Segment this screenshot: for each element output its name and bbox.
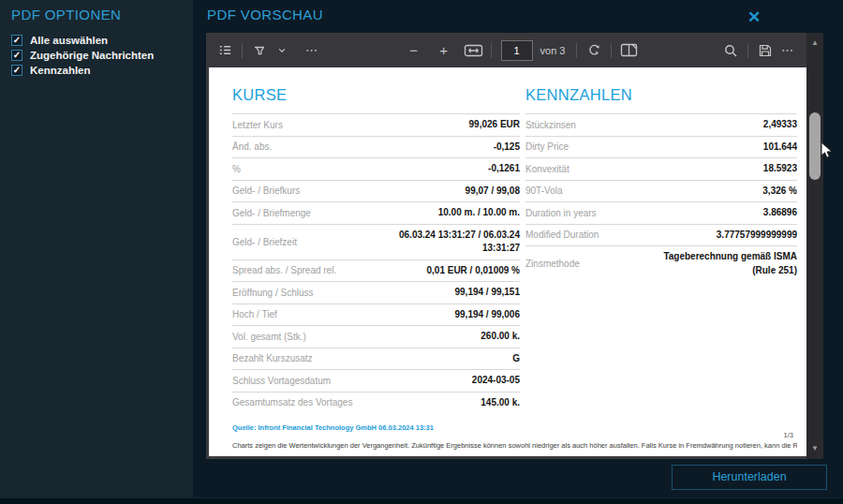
viewer-toolbar: ⋯ − + von 3	[206, 33, 806, 67]
table-row: Spread abs. / Spread rel.0,01 EUR / 0,01…	[232, 259, 520, 282]
option-label: Zugehörige Nachrichten	[30, 50, 154, 61]
field-value: 3.77757999999999	[717, 229, 797, 243]
disclaimer-text: Charts zeigen die Wertentwicklungen der …	[232, 441, 797, 450]
kennzahlen-section: KENNZAHLEN Stückzinsen2,49333 Dirty Pric…	[525, 86, 797, 281]
field-label: Änd. abs.	[232, 141, 272, 152]
table-row: 90T-Vola3,326 %	[525, 180, 797, 202]
download-button-label: Herunterladen	[712, 470, 786, 483]
field-label: Konvexität	[525, 164, 569, 174]
pdf-viewer: ⋯ − + von 3	[206, 33, 823, 459]
field-label: Bezahlt Kurszusatz	[232, 353, 313, 363]
close-button[interactable]: ✕	[742, 7, 766, 29]
download-button[interactable]: Herunterladen	[672, 465, 827, 490]
checkbox-checked[interactable]: ✓	[11, 50, 22, 61]
more-tools-button[interactable]: ⋯	[301, 39, 323, 62]
kurse-section: KURSE Letzter Kurs99,026 EUR Änd. abs.-0…	[232, 86, 520, 413]
field-value: 06.03.24 13:31:27 / 06.03.24 13:31:27	[381, 229, 520, 256]
more-icon: ⋯	[781, 43, 794, 57]
field-label: Schluss Vortagesdatum	[232, 376, 331, 386]
zoom-out-button[interactable]: −	[403, 39, 425, 62]
page-indicator: 1/3	[784, 431, 793, 439]
toolbar-left-group: ⋯	[214, 39, 323, 62]
toolbar-center-group: − + von 3	[403, 39, 641, 62]
table-row: Geld- / Briefzeit06.03.24 13:31:27 / 06.…	[232, 224, 520, 259]
table-row: Gesamtumsatz des Vortages145.00 k.	[232, 392, 520, 414]
page-layout-button[interactable]	[617, 39, 640, 62]
search-button[interactable]	[719, 39, 742, 62]
rotate-button[interactable]	[583, 39, 605, 62]
table-row: Konvexität18.5923	[525, 157, 797, 180]
viewer-scrollbar[interactable]: ▲ ▼	[806, 33, 823, 459]
fit-width-button[interactable]	[463, 39, 485, 62]
table-row: Dirty Price101.644	[525, 136, 797, 158]
scroll-down-icon: ▼	[811, 444, 819, 452]
checkbox-checked[interactable]: ✓	[11, 35, 22, 46]
section-title-kurse: KURSE	[232, 86, 520, 104]
save-button[interactable]	[754, 39, 776, 62]
field-value: 0,01 EUR / 0,01009 %	[426, 264, 520, 278]
plus-icon: +	[439, 42, 448, 58]
table-row: Bezahlt KurszusatzG	[232, 348, 520, 370]
option-label: Alle auswählen	[30, 35, 108, 46]
table-row: Letzter Kurs99,026 EUR	[232, 113, 520, 136]
scroll-up-button[interactable]: ▲	[806, 37, 823, 50]
field-label: Letzter Kurs	[232, 120, 283, 130]
toolbar-separator	[747, 43, 748, 58]
field-value: 3,326 %	[762, 185, 797, 199]
field-value: 99,194 / 99,151	[454, 286, 520, 300]
minus-icon: −	[409, 42, 418, 58]
outline-icon	[218, 43, 232, 57]
field-label: Stückzinsen	[525, 120, 576, 130]
field-value: Tageberechnung gemäß ISMA (Rule 251)	[657, 250, 797, 277]
field-label: Geld- / Briefkurs	[232, 185, 300, 196]
field-label: Zinsmethode	[525, 259, 580, 269]
field-value: 101.644	[763, 141, 797, 155]
table-row: Duration in years3.86896	[525, 201, 797, 224]
outline-toggle-button[interactable]	[214, 39, 236, 62]
field-label: Duration in years	[525, 208, 597, 218]
field-value: -0,125	[494, 141, 520, 155]
field-label: Modified Duration	[525, 230, 599, 240]
table-row: Modified Duration3.77757999999999	[525, 224, 797, 246]
save-icon	[758, 43, 773, 58]
zoom-in-button[interactable]: +	[433, 39, 455, 62]
table-row: %-0,1261	[232, 157, 520, 180]
scroll-down-button[interactable]: ▼	[806, 442, 823, 455]
section-title-kennzahlen: KENNZAHLEN	[525, 86, 797, 104]
table-row: Geld- / Briefkurs99,07 / 99,08	[232, 180, 520, 202]
field-label: 90T-Vola	[525, 185, 562, 196]
option-zugehoerige-nachrichten[interactable]: ✓ Zugehörige Nachrichten	[11, 49, 154, 62]
field-value: 260.00 k.	[481, 330, 520, 344]
fit-width-icon	[464, 43, 483, 58]
table-row: Hoch / Tief99,194 / 99,006	[232, 304, 520, 326]
select-tool-dropdown[interactable]	[271, 39, 293, 62]
window-bottom-edge	[0, 497, 843, 504]
toolbar-separator	[576, 43, 577, 58]
field-value: 18.5923	[763, 162, 797, 176]
field-label: Spread abs. / Spread rel.	[232, 265, 336, 275]
table-row: Stückzinsen2,49333	[525, 113, 797, 136]
option-label: Kennzahlen	[30, 65, 91, 76]
field-label: Geld- / Briefmenge	[232, 208, 311, 218]
select-tool-icon	[252, 43, 267, 58]
chevron-down-icon	[277, 46, 287, 55]
close-icon: ✕	[747, 8, 761, 26]
field-value: 99,026 EUR	[469, 118, 520, 132]
toolbar-separator	[242, 43, 243, 58]
option-kennzahlen[interactable]: ✓ Kennzahlen	[11, 64, 91, 77]
toolbar-separator	[611, 43, 612, 58]
table-row: Eröffnung / Schluss99,194 / 99,151	[232, 281, 520, 304]
scrollbar-thumb[interactable]	[809, 112, 821, 180]
field-label: Dirty Price	[525, 141, 569, 152]
checkbox-checked[interactable]: ✓	[11, 65, 22, 76]
more-icon: ⋯	[305, 43, 318, 57]
table-row: Änd. abs.-0,125	[232, 136, 520, 158]
select-tool-button[interactable]	[248, 39, 271, 62]
page-number-input[interactable]	[501, 40, 533, 61]
search-icon	[723, 43, 738, 58]
field-value: 99,07 / 99,08	[466, 185, 520, 199]
option-alle-auswaehlen[interactable]: ✓ Alle auswählen	[11, 34, 108, 47]
more-options-button[interactable]: ⋯	[776, 39, 799, 62]
toolbar-separator	[491, 43, 492, 58]
field-value: 2,49333	[763, 118, 797, 132]
